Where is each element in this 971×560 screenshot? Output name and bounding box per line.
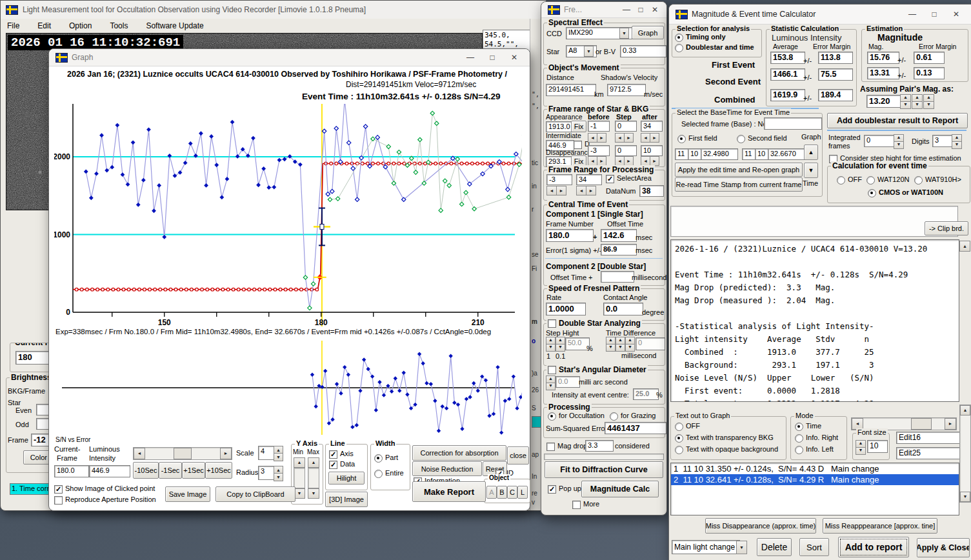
hs-right-icon[interactable]: ► <box>945 418 956 430</box>
frame-scrollbar[interactable]: ◄ ► <box>133 447 232 460</box>
main-light-change-dropdown[interactable]: Main light change <box>672 540 740 554</box>
mag1-field[interactable]: 15.76 <box>867 52 899 64</box>
ymin-well[interactable] <box>294 468 305 488</box>
for-grazing-radio[interactable]: for Grazing <box>610 412 656 421</box>
integ-down-icon[interactable]: ▼ <box>894 141 904 149</box>
report-scroll-up-icon[interactable]: ▲ <box>959 241 970 252</box>
range-end-field[interactable]: 34 <box>576 174 602 185</box>
add-to-report-button[interactable]: Add to report <box>838 537 909 557</box>
axis-checkbox[interactable]: Axis <box>329 450 354 459</box>
delete-button[interactable]: Delete <box>757 538 792 556</box>
coordinate-row[interactable]: 345.0, 54.5,"", <box>485 31 536 49</box>
mode-info-left-radio[interactable]: Info. Left <box>795 445 834 454</box>
timing-only-radio[interactable]: Timing only <box>675 33 726 42</box>
vs-up-icon[interactable]: ▲ <box>960 405 970 415</box>
pairmag-down2-icon[interactable]: ▼ <box>912 101 923 109</box>
mag2-field[interactable]: 13.31 <box>867 67 899 79</box>
current-frame-value[interactable]: 180.0 <box>54 465 89 477</box>
part-radio[interactable]: Part <box>374 454 398 463</box>
close-icon[interactable]: ✕ <box>505 53 523 62</box>
step2-field[interactable]: 0 <box>615 145 637 156</box>
before2-spin-left-icon[interactable]: ◄ <box>588 156 597 166</box>
apply-close-button[interactable]: Apply & Close <box>917 538 970 557</box>
data-checkbox[interactable]: Data <box>329 460 355 469</box>
fit-diffraction-button[interactable]: Fit to Diffraction Curve <box>545 461 663 478</box>
font-size-field[interactable]: 10 <box>867 440 888 453</box>
combined-avg-field[interactable]: 1619.9 <box>770 89 805 101</box>
range-end-right-icon[interactable]: ► <box>586 186 596 195</box>
before-spin-right-icon[interactable]: ► <box>597 133 606 143</box>
after-spin-left-icon[interactable]: ◄ <box>641 133 650 143</box>
maximize-icon[interactable]: □ <box>636 5 646 14</box>
hs-thumb[interactable] <box>911 418 932 430</box>
scale-down-icon[interactable]: ▼ <box>274 453 283 461</box>
object-c-button[interactable]: C <box>507 486 517 499</box>
after2-field[interactable]: 10 <box>641 145 663 156</box>
time-diff-field[interactable]: 0 <box>636 337 665 350</box>
plus-1sec-button[interactable]: +1Sec <box>182 462 205 479</box>
before1-field[interactable]: -1 <box>588 121 610 132</box>
mode-info-right-radio[interactable]: Info. Right <box>795 434 838 443</box>
after2-spin-left-icon[interactable]: ◄ <box>641 156 650 166</box>
ymax-well[interactable] <box>308 468 319 488</box>
before2-field[interactable]: -3 <box>588 145 610 156</box>
object-b-button[interactable]: B <box>497 486 507 499</box>
close-icon[interactable]: ✕ <box>947 10 965 19</box>
close-icon[interactable]: ✕ <box>650 5 660 14</box>
wat120n-radio[interactable]: WAT120N <box>866 175 910 185</box>
event-result-row[interactable]: 2 11 10 32.641 +/- 0.128s, S/N= 4.29 R M… <box>671 474 959 485</box>
time-down-button[interactable]: ▼ <box>804 163 818 178</box>
angular-diameter-field[interactable]: 0.0 <box>556 376 580 388</box>
rate-field[interactable]: 1.0000 <box>546 303 586 315</box>
menu-file[interactable]: File <box>7 21 28 30</box>
event-list[interactable]: 1 11 10 31.350 +/- 0.124s, S/N= 4.43 D M… <box>670 463 959 515</box>
pairmag-down1-icon[interactable]: ▼ <box>900 101 911 109</box>
object-a-button[interactable]: A <box>486 486 497 499</box>
mag2-em-field[interactable]: 0.13 <box>914 67 945 79</box>
right-vscrollbar[interactable]: ▲ ▼ <box>959 405 971 503</box>
before2-spin-right-icon[interactable]: ► <box>597 156 606 166</box>
save-image-button[interactable]: Save Image <box>165 486 210 502</box>
integrated-frames-field[interactable]: 0 <box>864 135 896 147</box>
ymax-up-icon[interactable]: ▲ <box>308 457 319 468</box>
edit25-field[interactable]: Edit25 <box>896 447 961 459</box>
3d-image-button[interactable]: [3D] Image <box>325 492 368 507</box>
td-down2-icon[interactable]: ▼ <box>616 344 625 352</box>
digits-field[interactable]: 3 <box>932 135 954 147</box>
mag-drop-field[interactable]: 3.3 <box>585 440 614 452</box>
ang-down-icon[interactable]: ▼ <box>546 383 556 390</box>
clip-board-button[interactable]: -> Clip brd. <box>925 221 968 235</box>
hilight-button[interactable]: Hilight <box>328 472 365 485</box>
event-result-row[interactable]: 1 11 10 31.350 +/- 0.124s, S/N= 4.43 D M… <box>671 463 959 474</box>
velocity-field[interactable]: 9712.5 <box>607 84 646 96</box>
step2-spin-left-icon[interactable]: ◄ <box>615 156 625 166</box>
object-l-button[interactable]: L <box>517 486 528 499</box>
mainlight-dropdown-icon[interactable]: ▼ <box>736 541 747 554</box>
report-box[interactable]: 2026-1-16 / (2321)Luznice / UCAC4 614-03… <box>670 239 959 402</box>
mode-time-radio[interactable]: Time <box>795 422 821 431</box>
copy-clipboard-button[interactable]: Copy to ClipBoard <box>215 486 295 502</box>
luminous-intensity-value[interactable]: 446.9 <box>89 465 130 477</box>
textout-opaque-radio[interactable]: Text with opaque background <box>675 445 778 454</box>
step1-field[interactable]: 0 <box>615 121 637 132</box>
after-spin-right-icon[interactable]: ► <box>650 133 659 143</box>
edit16-field[interactable]: Edit16 <box>896 432 961 444</box>
distance-field[interactable]: 291491451 <box>546 84 596 96</box>
mag-drop-checkbox[interactable]: Mag drop <box>546 442 587 451</box>
font-down-icon[interactable]: ▼ <box>856 447 866 455</box>
select-area-checkbox[interactable]: SelectArea <box>606 174 652 183</box>
cmos-wat100n-radio[interactable]: CMOS or WAT100N <box>868 188 943 197</box>
magnitude-calc-button[interactable]: Magnitude Calc <box>581 481 659 497</box>
ccd-dropdown-icon[interactable]: ▼ <box>619 28 629 39</box>
before-spin-left-icon[interactable]: ◄ <box>588 133 597 143</box>
popup-checkbox[interactable]: Pop up <box>548 485 581 494</box>
correction-absorption-button[interactable]: Correction for absorption <box>412 445 506 461</box>
noise-reduction-button[interactable]: Noise Reduction <box>412 461 482 476</box>
apply-edit-time-button[interactable]: Apply the edit time and Re-open graph <box>675 163 803 177</box>
radius-down-icon[interactable]: ▼ <box>274 473 283 481</box>
step-spin-right-icon[interactable]: ► <box>624 133 634 143</box>
miss-disappearance-button[interactable]: Miss Disappearance (approx. time) <box>705 518 816 534</box>
frame-number-field[interactable]: 180.0 <box>546 229 594 242</box>
td-down3-icon[interactable]: ▼ <box>625 344 635 352</box>
entire-radio[interactable]: Entire <box>374 469 404 478</box>
